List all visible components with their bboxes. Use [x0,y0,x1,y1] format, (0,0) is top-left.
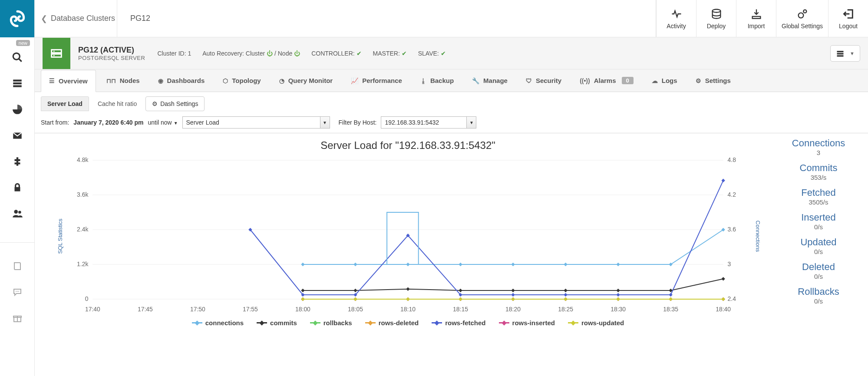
tab-nodes[interactable]: ⊓⊓Nodes [99,69,148,92]
tab-settings[interactable]: ⚙Settings [688,69,739,92]
logout-button[interactable]: Logout [828,0,868,37]
mail-icon[interactable] [11,129,23,142]
svg-rect-67 [564,289,567,292]
svg-point-21 [53,55,55,56]
deploy-button[interactable]: Deploy [696,0,736,37]
svg-text:18:05: 18:05 [348,306,363,313]
svg-point-10 [17,291,18,292]
svg-text:18:25: 18:25 [558,306,573,313]
main-tabs: ☰Overview ⊓⊓Nodes ◉Dashboards ⬡Topology … [35,69,868,92]
cluster-icon [43,38,70,69]
svg-rect-111 [459,297,462,301]
svg-text:3.6: 3.6 [728,226,736,233]
tab-logs[interactable]: ☁Logs [644,69,685,92]
svg-rect-66 [511,289,515,292]
tab-alarms[interactable]: ((•))Alarms0 [572,69,641,92]
subtab-cache-hit[interactable]: Cache hit ratio [92,97,143,111]
svg-rect-19 [52,54,62,57]
stat-item: Inserted0/s [775,212,862,231]
until-label[interactable]: until now ▼ [148,119,178,126]
controller-status: CONTROLLER: ✔ [311,50,361,57]
stat-item: Connections3 [775,138,862,156]
svg-text:17:45: 17:45 [138,306,153,313]
svg-rect-65 [459,289,462,292]
svg-rect-3 [13,82,22,84]
sub-tabs: Server Load Cache hit ratio ⚙Dash Settin… [35,92,868,114]
stat-item: Deleted0/s [775,261,862,280]
svg-text:18:20: 18:20 [505,306,521,313]
cluster-menu-button[interactable]: ▼ [830,45,860,62]
svg-rect-95 [564,293,567,297]
subtab-server-load[interactable]: Server Load [41,96,89,111]
svg-text:4.2: 4.2 [728,191,736,198]
svg-point-16 [798,13,803,18]
svg-rect-114 [616,297,620,301]
svg-rect-6 [14,187,20,191]
svg-point-11 [18,291,19,292]
svg-rect-110 [406,297,409,301]
svg-point-0 [13,53,20,59]
plugin-icon[interactable] [11,155,23,168]
gift-icon[interactable] [11,312,23,324]
import-button[interactable]: Import [736,0,776,37]
chat-icon[interactable] [11,286,23,298]
start-from-value[interactable]: January 7, 2020 6:40 pm [73,119,143,126]
host-select[interactable]: 192.168.33.91:5432▼ [381,116,476,129]
svg-rect-18 [52,49,62,53]
svg-text:18:40: 18:40 [716,306,731,313]
svg-text:3.6k: 3.6k [77,191,88,198]
tab-security[interactable]: 🛡Security [518,69,569,92]
svg-text:17:50: 17:50 [190,306,205,313]
tab-query-monitor[interactable]: ◔Query Monitor [271,69,341,92]
tab-manage[interactable]: 🔧Manage [464,69,515,92]
tab-overview[interactable]: ☰Overview [41,70,96,92]
svg-text:18:15: 18:15 [453,306,468,313]
caret-down-icon: ▼ [850,51,855,56]
legend-commits[interactable]: commits [257,319,297,327]
svg-rect-2 [13,79,22,81]
legend-rows-fetched[interactable]: rows-fetched [432,319,485,327]
metric-select[interactable]: Server Load▼ [182,116,330,129]
import-icon [750,8,762,20]
stat-item: Updated0/s [775,237,862,255]
tab-topology[interactable]: ⬡Topology [215,69,268,92]
legend-rows-inserted[interactable]: rows-inserted [499,319,555,327]
svg-rect-57 [511,263,515,266]
svg-point-17 [803,10,806,13]
chevron-down-icon: ▼ [320,117,330,128]
subtab-dash-settings[interactable]: ⚙Dash Settings [145,96,205,111]
start-from-label: Start from: [41,119,69,126]
tab-performance[interactable]: 📈Performance [343,69,410,92]
users-icon[interactable] [11,208,23,220]
svg-rect-115 [669,297,672,301]
legend-rows-updated[interactable]: rows-updated [568,319,624,327]
svg-point-9 [16,291,17,292]
stat-item: Commits353/s [775,162,862,181]
legend-rollbacks[interactable]: rollbacks [310,319,352,327]
svg-text:0: 0 [85,295,89,302]
lock-icon[interactable] [11,181,23,194]
global-settings-button[interactable]: Global Settings [776,0,828,37]
svg-text:4.8: 4.8 [728,156,736,163]
pie-chart-icon[interactable] [11,103,23,115]
svg-rect-64 [406,287,409,290]
svg-text:18:30: 18:30 [611,306,626,313]
servers-icon[interactable] [11,77,23,89]
legend-connections[interactable]: connections [192,319,244,327]
logo[interactable] [0,0,34,37]
chart-legend: connections commits rollbacks rows-delet… [41,317,775,329]
svg-point-15 [712,9,720,12]
cluster-subtitle: POSTGRESQL SERVER [78,55,145,61]
svg-rect-113 [564,297,567,301]
svg-text:17:40: 17:40 [85,306,100,313]
tab-dashboards[interactable]: ◉Dashboards [150,69,213,92]
gears-icon [796,8,809,20]
svg-rect-109 [353,297,357,301]
legend-rows-deleted[interactable]: rows-deleted [365,319,419,327]
book-icon[interactable] [11,260,23,272]
tab-backup[interactable]: ⭳Backup [413,69,462,92]
search-icon[interactable] [11,51,23,63]
activity-button[interactable]: Activity [656,0,696,37]
svg-rect-70 [721,277,725,280]
breadcrumb-back[interactable]: ❮ Database Clusters [35,0,117,37]
